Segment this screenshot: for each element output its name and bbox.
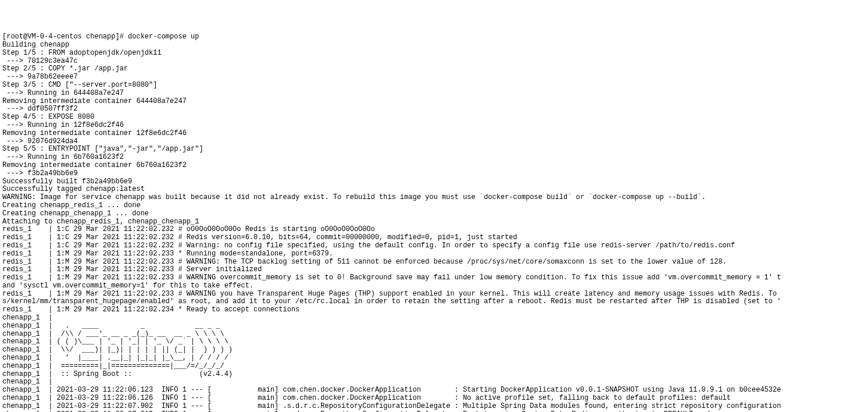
terminal-line: ---> f3b2a49bb6e9 [2,170,868,178]
terminal-line: Step 4/5 : EXPOSE 8080 [2,113,868,122]
terminal-line: redis_1 | 1:M 29 Mar 2021 11:22:02.233 #… [2,290,868,299]
terminal-line: [root@VM-0-4-centos chenapp]# docker-com… [2,33,868,41]
terminal-line: redis_1 | 1:M 29 Mar 2021 11:22:02.233 #… [2,266,868,274]
terminal-line: ---> 92076d924da4 [2,138,868,146]
terminal-line: redis_1 | 1:M 29 Mar 2021 11:22:02.233 *… [2,250,868,258]
terminal-line: Step 3/5 : CMD ["--server.port=8080"] [2,81,868,90]
terminal-line: ---> 70129c3ea47c [2,58,868,66]
terminal-line: and 'sysctl vm.overcommit_memory=1' for … [2,282,868,290]
terminal-line: Creating chenapp_chenapp_1 ... done [2,210,868,218]
terminal-line: Successfully built f3b2a49bb6e9 [2,178,868,186]
terminal-line: redis_1 | 1:M 29 Mar 2021 11:22:02.233 #… [2,258,868,267]
terminal-line: Removing intermediate container 12f8e6dc… [2,130,868,138]
terminal-line: Step 2/5 : COPY *.jar /app.jar [2,65,868,73]
terminal-line: ---> ddf0507ff3f2 [2,105,868,113]
terminal-line: ---> Running in 644408a7e247 [2,90,868,98]
terminal-line: redis_1 | 1:C 29 Mar 2021 11:22:02.232 #… [2,226,868,234]
terminal-line: chenapp_1 | 2021-03-29 11:22:06.123 INFO… [2,386,868,395]
terminal-line: s/kernel/mm/transparent_hugepage/enabled… [2,298,868,306]
terminal-line: ---> 9a78b62eeee7 [2,73,868,81]
terminal-line: chenapp_1 | 2021-03-29 11:22:07.902 INFO… [2,403,868,411]
terminal-line: redis_1 | 1:C 29 Mar 2021 11:22:02.232 #… [2,242,868,250]
terminal-line: Creating chenapp_redis_1 ... done [2,202,868,210]
terminal-output: [root@VM-0-4-centos chenapp]# docker-com… [2,33,868,412]
terminal-line: redis_1 | 1:M 29 Mar 2021 11:22:02.233 #… [2,274,868,282]
terminal-line: chenapp_1 | . ____ _ __ _ _ [2,322,868,331]
terminal-line: chenapp_1 | ( ( )\___ | '_ | '_| | '_ \/… [2,338,868,346]
terminal-line: Step 5/5 : ENTRYPOINT ["java","-jar","/a… [2,145,868,154]
terminal-line: chenapp_1 | 2021-03-29 11:22:06.126 INFO… [2,395,868,403]
terminal-line: chenapp_1 | [2,378,868,386]
terminal-line: redis_1 | 1:M 29 Mar 2021 11:22:02.234 *… [2,306,868,314]
terminal-line: ---> Running in 12f8e6dc2f46 [2,122,868,130]
terminal-line: WARNING: Image for service chenapp was b… [2,194,868,202]
terminal-line: chenapp_1 | \\/ ___)| |_)| | | | | || (_… [2,346,868,354]
terminal-line: Removing intermediate container 644408a7… [2,98,868,106]
terminal-line: Successfully tagged chenapp:latest [2,186,868,194]
terminal-line: ---> Running in 6b760a1623f2 [2,154,868,162]
terminal-line: chenapp_1 | [2,314,868,322]
terminal-line: Step 1/5 : FROM adoptopenjdk/openjdk11 [2,49,868,58]
terminal-line: Attaching to chenapp_redis_1, chenapp_ch… [2,218,868,226]
terminal-line: chenapp_1 | =========|_|==============|_… [2,363,868,371]
terminal-line: chenapp_1 | :: Spring Boot :: (v2.4.4) [2,371,868,379]
terminal-line: redis_1 | 1:C 29 Mar 2021 11:22:02.232 #… [2,234,868,242]
terminal-line: Removing intermediate container 6b760a16… [2,162,868,170]
terminal-line: Building chenapp [2,41,868,49]
terminal-line: chenapp_1 | /\\ / ___'_ __ _ _(_)_ __ __… [2,331,868,339]
terminal-line: chenapp_1 | ' |____| .__|_| |_|_| |_\__,… [2,354,868,363]
